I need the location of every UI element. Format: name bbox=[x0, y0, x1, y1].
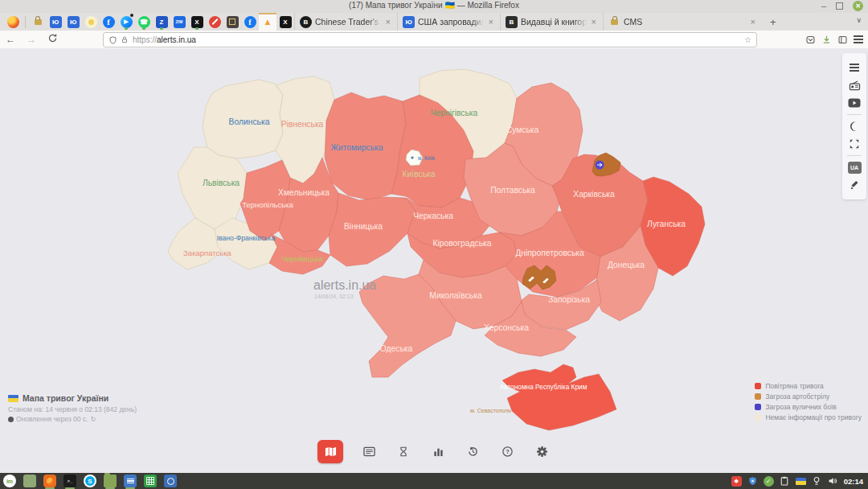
spreadsheet-taskbar-icon[interactable] bbox=[144, 475, 157, 487]
pinned-tab-news-u[interactable]: Ю bbox=[64, 13, 82, 31]
help-button[interactable]: ? bbox=[498, 443, 516, 461]
list-all-tabs-button[interactable]: ∨ bbox=[856, 16, 862, 24]
tab-cms[interactable]: CMS× bbox=[603, 13, 762, 31]
lamp-tray-icon[interactable] bbox=[812, 476, 822, 487]
tab-close-icon[interactable]: × bbox=[384, 17, 392, 27]
region-label-volyn: Волинська bbox=[229, 117, 270, 126]
document-taskbar-icon[interactable] bbox=[124, 475, 137, 487]
pinned-tab-lock[interactable] bbox=[29, 13, 47, 31]
new-tab-button[interactable]: + bbox=[762, 16, 784, 28]
menu-icon[interactable] bbox=[854, 35, 863, 43]
pinned-tab-firefox[interactable] bbox=[4, 13, 22, 31]
update-ok-tray-icon[interactable]: ✓ bbox=[764, 476, 774, 487]
terminal-taskbar-icon[interactable]: >_ bbox=[63, 475, 76, 487]
map-content: alerts.in.ua 14/06/24, 02:13 м. Київ м. … bbox=[0, 48, 868, 473]
language-button[interactable]: UA bbox=[842, 158, 866, 176]
tabs: BChinese Trader's $20 Millio×ЮСША запров… bbox=[294, 13, 762, 31]
pinned-tab-z-news[interactable]: Z bbox=[153, 13, 170, 31]
news-u-icon: Ю bbox=[403, 16, 415, 28]
files-taskbar-icon[interactable] bbox=[104, 475, 117, 487]
firefox-taskbar-icon[interactable] bbox=[43, 475, 56, 487]
history-button[interactable] bbox=[464, 443, 481, 461]
tab-close-icon[interactable]: × bbox=[487, 17, 495, 27]
show-desktop-button[interactable] bbox=[23, 475, 36, 487]
pinned-tab-alerts-siren[interactable]: ▲ bbox=[259, 13, 276, 31]
settings-button[interactable] bbox=[533, 443, 551, 461]
restore-button[interactable] bbox=[836, 2, 843, 10]
camera-taskbar-icon[interactable] bbox=[164, 475, 177, 487]
edit-button[interactable] bbox=[842, 176, 866, 194]
sun-icon bbox=[85, 16, 97, 28]
radio-button[interactable] bbox=[842, 76, 866, 94]
help-icon: ? bbox=[502, 446, 514, 458]
pinned-tab-facebook[interactable]: f bbox=[241, 13, 259, 31]
region-label-odesa: Одеська bbox=[380, 344, 413, 353]
tab-close-icon[interactable]: × bbox=[590, 17, 598, 27]
refresh-icon[interactable]: ↻ bbox=[91, 415, 96, 423]
pocket-icon[interactable] bbox=[805, 35, 816, 45]
shield-icon[interactable] bbox=[108, 35, 117, 45]
region-label-zhytomyr: Житомирська bbox=[330, 143, 383, 152]
pinned-tab-x-twitter[interactable]: X bbox=[276, 13, 294, 31]
volume-tray-icon[interactable] bbox=[828, 476, 838, 487]
tab-title: Видавці й книгорозповсюд bbox=[521, 17, 587, 27]
tab-close-icon[interactable]: × bbox=[749, 17, 757, 27]
dark-site-icon bbox=[227, 16, 239, 28]
reload-button[interactable] bbox=[42, 33, 63, 46]
lock-icon[interactable] bbox=[121, 35, 129, 44]
url-bar[interactable]: https://alerts.in.ua ☆ bbox=[103, 32, 757, 47]
youtube-button[interactable] bbox=[842, 94, 866, 112]
map-tab-button[interactable] bbox=[317, 440, 343, 463]
minimize-button[interactable]: – bbox=[821, 1, 826, 11]
bookmark-star-icon[interactable]: ☆ bbox=[744, 35, 751, 44]
city-label-sevastopol[interactable]: м. Севастополь bbox=[470, 408, 511, 413]
city-label-kyiv[interactable]: м. Київ bbox=[418, 155, 435, 161]
download-icon[interactable] bbox=[821, 35, 832, 45]
shield-tray-icon[interactable] bbox=[747, 476, 758, 487]
skype-taskbar-icon[interactable]: S bbox=[84, 475, 96, 487]
forward-button[interactable]: → bbox=[21, 34, 42, 45]
pinned-tab-blocked[interactable] bbox=[206, 13, 223, 31]
legend-swatch-noinfo bbox=[755, 414, 761, 421]
sidebar-icon[interactable] bbox=[837, 35, 848, 45]
legend-label-noinfo: Немає інформації про тривогу bbox=[765, 413, 862, 421]
pinned-tab-messenger[interactable]: ▶ bbox=[117, 13, 135, 31]
moon-icon bbox=[849, 121, 860, 132]
alerts-siren-icon: ▲ bbox=[262, 16, 274, 28]
tab-видавці-й-книгорозповсюд[interactable]: ВВидавці й книгорозповсюд× bbox=[500, 13, 603, 31]
tab-сша-запровадили-нову-хв[interactable]: ЮСША запровадили нову хв× bbox=[397, 13, 500, 31]
pinned-tab-blue-badge[interactable]: 25M bbox=[170, 13, 188, 31]
pinned-tab-dark-site[interactable] bbox=[223, 13, 241, 31]
pinned-tab-news-u[interactable]: Ю bbox=[47, 13, 64, 31]
news-icon bbox=[362, 446, 376, 458]
fullscreen-button[interactable] bbox=[842, 135, 866, 153]
pinned-tab-facebook[interactable]: f bbox=[100, 13, 117, 31]
ukraine-flag-icon bbox=[8, 395, 18, 402]
tab-title: CMS bbox=[624, 17, 746, 27]
dark-mode-button[interactable] bbox=[842, 117, 866, 135]
region-crimea[interactable] bbox=[502, 364, 616, 430]
mint-menu-button[interactable]: lm bbox=[3, 475, 16, 487]
region-label-cherkasy: Черкаська bbox=[413, 212, 453, 220]
pinned-tab-x-twitter[interactable]: X bbox=[188, 13, 206, 31]
pinned-tab-whatsapp[interactable]: ☎ bbox=[135, 13, 153, 31]
region-label-crimea: Автономна Республіка Крим bbox=[500, 383, 588, 391]
window-title: (17) Мапа тривог України 🇺🇦 — Mozilla Fi… bbox=[0, 1, 868, 10]
ukraine-flag-tray-icon[interactable] bbox=[796, 476, 806, 487]
tab-title: США запровадили нову хв bbox=[418, 17, 484, 27]
news-button[interactable] bbox=[360, 443, 378, 461]
menu-button[interactable] bbox=[842, 59, 866, 76]
tab-chinese-trader-s-20-mill[interactable]: BChinese Trader's $20 Millio× bbox=[294, 13, 397, 31]
notification-dot bbox=[125, 27, 128, 30]
region-lviv[interactable] bbox=[178, 147, 247, 229]
close-button[interactable]: ✕ bbox=[853, 1, 863, 11]
back-button[interactable]: ← bbox=[0, 34, 21, 45]
news-u-icon: Ю bbox=[68, 16, 80, 28]
alerts-tray-icon[interactable]: ◆ bbox=[731, 476, 742, 487]
publisher-icon: В bbox=[506, 16, 518, 28]
clipboard-tray-icon[interactable] bbox=[780, 476, 790, 487]
region-label-zakarpattia: Закарпатська bbox=[183, 249, 231, 257]
statistics-button[interactable] bbox=[429, 443, 447, 461]
pinned-tab-sun[interactable] bbox=[82, 13, 100, 31]
timer-button[interactable] bbox=[395, 443, 412, 461]
